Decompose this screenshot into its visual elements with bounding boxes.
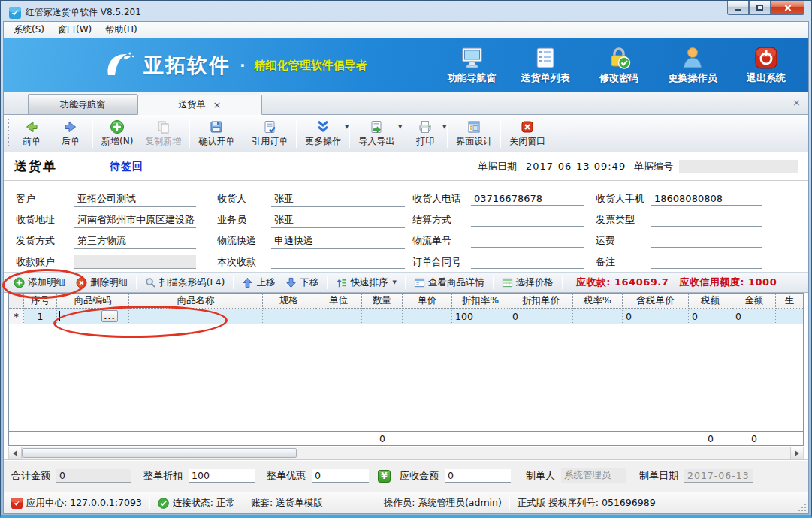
product-name-cell[interactable] xyxy=(129,309,263,324)
move-up-button[interactable]: 上移 xyxy=(237,275,280,291)
printer-icon xyxy=(418,119,433,134)
col-amount[interactable]: 金额 xyxy=(732,294,776,309)
scroll-right-button[interactable] xyxy=(790,447,803,459)
ui-design-button[interactable]: 界面设计 xyxy=(450,118,498,149)
dropdown-icon[interactable]: ▼ xyxy=(345,124,349,130)
doc-date-field[interactable]: 2017-06-13 09:49 xyxy=(523,160,628,173)
address-label: 收货地址 xyxy=(16,213,74,227)
payment-field[interactable] xyxy=(271,255,405,269)
new-button[interactable]: 新增(N) xyxy=(95,118,139,149)
tax-cell[interactable]: 0 xyxy=(689,309,732,324)
tab-delivery-note[interactable]: 送货单 × xyxy=(137,95,262,115)
resize-grip-icon[interactable] xyxy=(798,503,806,511)
view-product-button[interactable]: 查看商品详情 xyxy=(409,275,490,291)
discount-rate-cell[interactable]: 100 xyxy=(452,309,509,324)
confirm-open-button[interactable]: 确认开单 xyxy=(192,118,240,149)
contract-no-field[interactable] xyxy=(471,255,584,269)
delete-detail-button[interactable]: 删除明细 xyxy=(71,275,133,291)
col-truncated[interactable]: 生 xyxy=(776,294,803,309)
menu-system[interactable]: 系统(S) xyxy=(7,22,51,38)
receiver-field[interactable]: 张亚 xyxy=(271,191,405,207)
col-product-name[interactable]: 商品名称 xyxy=(129,294,263,309)
copy-new-button[interactable]: 复制新增 xyxy=(139,118,187,149)
horizontal-scrollbar[interactable] xyxy=(8,447,804,459)
close-button[interactable] xyxy=(771,1,804,15)
scan-barcode-button[interactable]: 扫描条形码(F4) xyxy=(140,275,230,291)
quick-sort-button[interactable]: 快速排序 ▼ xyxy=(331,275,401,291)
col-unit[interactable]: 单位 xyxy=(315,294,362,309)
col-qty[interactable]: 数量 xyxy=(362,294,403,309)
exit-system-button[interactable]: 退出系统 xyxy=(735,46,798,85)
col-tax[interactable]: 税额 xyxy=(689,294,732,309)
scroll-left-button[interactable] xyxy=(9,447,22,459)
settlement-field[interactable] xyxy=(471,213,584,227)
doc-discount-field[interactable]: 100 xyxy=(189,469,255,483)
doc-number-field[interactable] xyxy=(679,160,798,173)
switch-operator-button[interactable]: 更换操作员 xyxy=(661,46,724,85)
delivery-list-button[interactable]: 送货单列表 xyxy=(514,46,577,85)
move-down-button[interactable]: 下移 xyxy=(280,275,324,291)
tracking-no-field[interactable] xyxy=(471,234,584,248)
freight-field[interactable] xyxy=(651,234,762,248)
col-discount-price[interactable]: 折扣单价 xyxy=(509,294,573,309)
remark-field[interactable] xyxy=(651,255,762,269)
close-window-button[interactable]: 关闭窗口 xyxy=(503,118,551,149)
logistics-field[interactable]: 申通快递 xyxy=(271,233,405,249)
menu-window[interactable]: 窗口(W) xyxy=(51,22,98,38)
lookup-ellipsis-button[interactable]: ... xyxy=(101,310,118,322)
import-export-button[interactable]: 导入导出 ▼ xyxy=(352,118,400,149)
toolbar-grip[interactable] xyxy=(5,119,11,149)
dropdown-icon[interactable]: ▼ xyxy=(442,124,446,130)
maximize-button[interactable] xyxy=(749,1,771,15)
salesman-field[interactable]: 张亚 xyxy=(271,212,405,228)
dropdown-icon[interactable]: ▼ xyxy=(398,124,402,130)
spec-cell[interactable] xyxy=(263,309,315,324)
change-password-button[interactable]: 修改密码 xyxy=(587,46,651,85)
discount-price-cell[interactable]: 0 xyxy=(509,309,573,324)
invoice-type-field[interactable] xyxy=(651,213,762,227)
col-spec[interactable]: 规格 xyxy=(263,294,315,309)
select-price-button[interactable]: 选择价格 xyxy=(497,275,559,291)
col-product-code[interactable]: 商品编码 xyxy=(57,294,129,309)
tax-incl-price-cell[interactable]: 0 xyxy=(623,309,689,324)
price-cell[interactable] xyxy=(403,309,452,324)
tax-rate-cell[interactable] xyxy=(573,309,623,324)
customer-field[interactable]: 亚拓公司测试 xyxy=(74,191,196,207)
more-actions-button[interactable]: 更多操作 ▼ xyxy=(299,118,347,149)
total-amount-field[interactable]: 0 xyxy=(56,469,131,483)
receiver-mobile-field[interactable]: 18608080808 xyxy=(651,192,762,206)
tab-strip: 功能导航窗 送货单 × × xyxy=(4,92,808,115)
print-button[interactable]: 打印 ▼ xyxy=(406,118,445,149)
yen-icon[interactable]: ¥ xyxy=(378,470,391,483)
pane-close-icon[interactable]: × xyxy=(792,97,801,108)
doc-promo-field[interactable]: 0 xyxy=(312,469,369,483)
col-seq[interactable]: 序号 xyxy=(24,294,57,309)
truncated-cell[interactable] xyxy=(776,309,803,324)
ship-method-field[interactable]: 第三方物流 xyxy=(74,233,196,249)
scrollbar-thumb[interactable] xyxy=(22,448,297,458)
receiver-phone-field[interactable]: 03716678678 xyxy=(471,192,584,206)
tab-close-icon[interactable]: × xyxy=(213,100,222,110)
product-code-cell[interactable]: ... xyxy=(57,309,129,324)
col-tax-incl-price[interactable]: 含税单价 xyxy=(623,294,689,309)
quote-order-button[interactable]: 引用订单 xyxy=(246,118,294,149)
menu-help[interactable]: 帮助(H) xyxy=(98,22,143,38)
amount-cell[interactable]: 0 xyxy=(732,309,776,324)
tab-nav-pane[interactable]: 功能导航窗 xyxy=(28,94,137,114)
add-detail-button[interactable]: 添加明细 xyxy=(8,275,71,291)
address-field[interactable]: 河南省郑州市中原区建设路 xyxy=(74,212,196,228)
col-discount-rate[interactable]: 折扣率% xyxy=(452,294,509,309)
minimize-button[interactable] xyxy=(727,1,749,15)
dropdown-icon[interactable]: ▼ xyxy=(392,279,396,285)
col-tax-rate[interactable]: 税率% xyxy=(573,294,623,309)
col-price[interactable]: 单价 xyxy=(403,294,452,309)
nav-pane-button[interactable]: 功能导航窗 xyxy=(440,46,503,85)
grid-empty-area[interactable] xyxy=(9,324,803,431)
seq-cell[interactable]: 1 xyxy=(24,309,57,324)
unit-cell[interactable] xyxy=(315,309,362,324)
account-field[interactable] xyxy=(74,255,196,269)
receivable-field[interactable]: 0 xyxy=(445,469,511,483)
prev-doc-button[interactable]: 前单 xyxy=(12,118,51,149)
qty-cell[interactable] xyxy=(362,309,403,324)
next-doc-button[interactable]: 后单 xyxy=(51,118,90,149)
